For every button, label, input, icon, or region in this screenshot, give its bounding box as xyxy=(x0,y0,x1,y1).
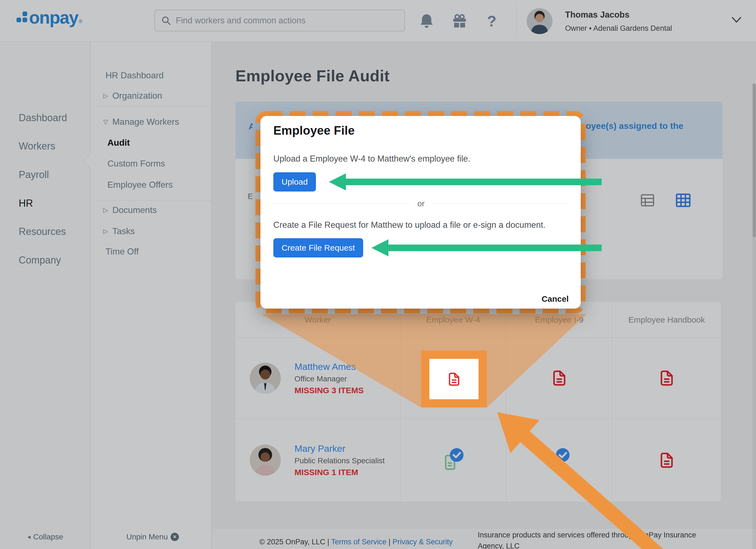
onpay-app: onpay ® Find workers and common actions … xyxy=(0,0,756,549)
missing-document-icon xyxy=(449,372,459,386)
create-file-request-button[interactable]: Create File Request xyxy=(273,238,363,257)
modal-title: Employee File xyxy=(273,124,355,137)
highlighted-w4-cell[interactable] xyxy=(421,351,487,407)
employee-file-dialog: Employee File Upload a Employee W-4 to M… xyxy=(260,116,581,309)
upload-description: Upload a Employee W-4 to Matthew's emplo… xyxy=(273,154,470,164)
upload-button[interactable]: Upload xyxy=(273,172,316,192)
employee-file-modal: Employee File Upload a Employee W-4 to M… xyxy=(255,111,586,314)
cancel-button[interactable]: Cancel xyxy=(542,294,569,304)
or-label: or xyxy=(417,199,425,208)
or-divider: or xyxy=(273,199,569,208)
file-request-description: Create a File Request for Matthew to upl… xyxy=(273,220,546,230)
divider-line xyxy=(432,204,569,204)
divider-line xyxy=(273,204,410,204)
